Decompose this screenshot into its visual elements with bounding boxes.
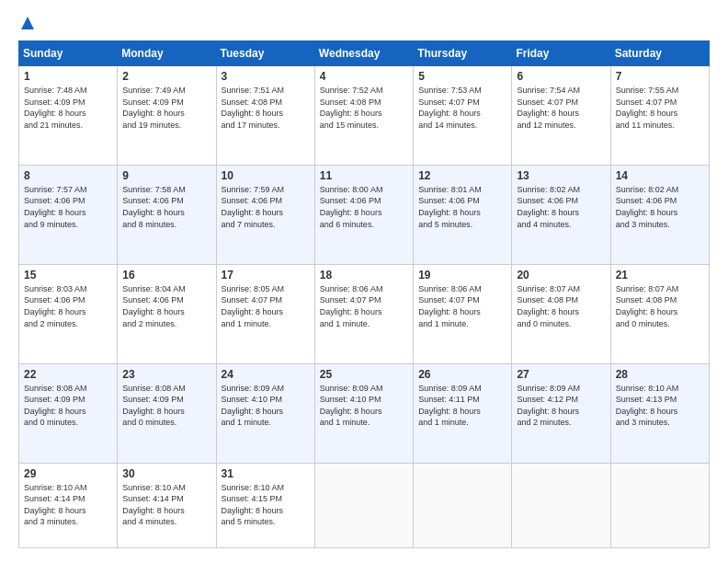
- calendar-cell: 9Sunrise: 7:58 AMSunset: 4:06 PMDaylight…: [118, 165, 216, 264]
- cell-details: Sunrise: 7:53 AMSunset: 4:07 PMDaylight:…: [418, 85, 506, 131]
- calendar-cell: 31Sunrise: 8:10 AMSunset: 4:15 PMDayligh…: [216, 463, 314, 547]
- cell-details: Sunrise: 7:58 AMSunset: 4:06 PMDaylight:…: [122, 184, 210, 230]
- calendar-cell: 1Sunrise: 7:48 AMSunset: 4:09 PMDaylight…: [19, 66, 118, 166]
- cell-details: Sunrise: 8:08 AMSunset: 4:09 PMDaylight:…: [122, 383, 210, 429]
- calendar-cell: 21Sunrise: 8:07 AMSunset: 4:08 PMDayligh…: [610, 264, 709, 363]
- cell-details: Sunrise: 7:51 AMSunset: 4:08 PMDaylight:…: [222, 85, 310, 131]
- cell-details: Sunrise: 8:09 AMSunset: 4:10 PMDaylight:…: [320, 383, 408, 429]
- calendar-table: SundayMondayTuesdayWednesdayThursdayFrid…: [18, 40, 710, 548]
- weekday-header: Sunday: [19, 41, 118, 66]
- day-number: 19: [418, 269, 506, 282]
- calendar-cell: [414, 463, 512, 547]
- cell-details: Sunrise: 8:01 AMSunset: 4:06 PMDaylight:…: [418, 184, 506, 230]
- cell-details: Sunrise: 8:09 AMSunset: 4:12 PMDaylight:…: [517, 383, 605, 429]
- day-number: 27: [517, 368, 605, 381]
- calendar-cell: 25Sunrise: 8:09 AMSunset: 4:10 PMDayligh…: [314, 363, 413, 463]
- day-number: 21: [616, 269, 704, 282]
- calendar-cell: 24Sunrise: 8:09 AMSunset: 4:10 PMDayligh…: [216, 363, 314, 463]
- cell-details: Sunrise: 8:03 AMSunset: 4:06 PMDaylight:…: [24, 283, 112, 329]
- day-number: 17: [222, 269, 310, 282]
- cell-details: Sunrise: 7:52 AMSunset: 4:08 PMDaylight:…: [320, 85, 408, 131]
- calendar-row: 1Sunrise: 7:48 AMSunset: 4:09 PMDaylight…: [19, 66, 710, 166]
- cell-details: Sunrise: 8:02 AMSunset: 4:06 PMDaylight:…: [517, 184, 605, 230]
- day-number: 26: [418, 368, 506, 381]
- cell-details: Sunrise: 8:05 AMSunset: 4:07 PMDaylight:…: [222, 283, 310, 329]
- weekday-header: Friday: [512, 41, 610, 66]
- cell-details: Sunrise: 7:49 AMSunset: 4:09 PMDaylight:…: [122, 85, 210, 131]
- day-number: 8: [24, 169, 112, 182]
- calendar-cell: 12Sunrise: 8:01 AMSunset: 4:06 PMDayligh…: [414, 165, 512, 264]
- day-number: 3: [222, 70, 310, 83]
- calendar-row: 22Sunrise: 8:08 AMSunset: 4:09 PMDayligh…: [19, 363, 710, 463]
- calendar-row: 29Sunrise: 8:10 AMSunset: 4:14 PMDayligh…: [19, 463, 710, 547]
- header: [18, 15, 710, 31]
- day-number: 2: [122, 70, 210, 83]
- calendar-cell: [314, 463, 413, 547]
- calendar-cell: 5Sunrise: 7:53 AMSunset: 4:07 PMDaylight…: [414, 66, 512, 166]
- calendar-cell: 8Sunrise: 7:57 AMSunset: 4:06 PMDaylight…: [19, 165, 118, 264]
- calendar-cell: 18Sunrise: 8:06 AMSunset: 4:07 PMDayligh…: [314, 264, 413, 363]
- day-number: 20: [517, 269, 605, 282]
- calendar-cell: 11Sunrise: 8:00 AMSunset: 4:06 PMDayligh…: [314, 165, 413, 264]
- calendar-cell: 19Sunrise: 8:06 AMSunset: 4:07 PMDayligh…: [414, 264, 512, 363]
- day-number: 11: [320, 169, 408, 182]
- cell-details: Sunrise: 7:55 AMSunset: 4:07 PMDaylight:…: [616, 85, 704, 131]
- day-number: 7: [616, 70, 704, 83]
- cell-details: Sunrise: 8:07 AMSunset: 4:08 PMDaylight:…: [517, 283, 605, 329]
- calendar-cell: 28Sunrise: 8:10 AMSunset: 4:13 PMDayligh…: [610, 363, 709, 463]
- calendar-cell: 13Sunrise: 8:02 AMSunset: 4:06 PMDayligh…: [512, 165, 610, 264]
- calendar-row: 15Sunrise: 8:03 AMSunset: 4:06 PMDayligh…: [19, 264, 710, 363]
- cell-details: Sunrise: 7:54 AMSunset: 4:07 PMDaylight:…: [517, 85, 605, 131]
- day-number: 29: [24, 467, 112, 480]
- calendar-cell: 7Sunrise: 7:55 AMSunset: 4:07 PMDaylight…: [610, 66, 709, 166]
- day-number: 15: [24, 269, 112, 282]
- cell-details: Sunrise: 8:09 AMSunset: 4:10 PMDaylight:…: [222, 383, 310, 429]
- day-number: 14: [616, 169, 704, 182]
- weekday-header-row: SundayMondayTuesdayWednesdayThursdayFrid…: [19, 41, 710, 66]
- day-number: 1: [24, 70, 112, 83]
- calendar-cell: 22Sunrise: 8:08 AMSunset: 4:09 PMDayligh…: [19, 363, 118, 463]
- cell-details: Sunrise: 8:06 AMSunset: 4:07 PMDaylight:…: [418, 283, 506, 329]
- cell-details: Sunrise: 8:07 AMSunset: 4:08 PMDaylight:…: [616, 283, 704, 329]
- cell-details: Sunrise: 8:08 AMSunset: 4:09 PMDaylight:…: [24, 383, 112, 429]
- cell-details: Sunrise: 8:10 AMSunset: 4:13 PMDaylight:…: [616, 383, 704, 429]
- day-number: 12: [418, 169, 506, 182]
- day-number: 24: [222, 368, 310, 381]
- day-number: 9: [122, 169, 210, 182]
- logo-icon: [19, 15, 36, 31]
- cell-details: Sunrise: 8:10 AMSunset: 4:14 PMDaylight:…: [24, 482, 112, 528]
- cell-details: Sunrise: 8:04 AMSunset: 4:06 PMDaylight:…: [122, 283, 210, 329]
- day-number: 13: [517, 169, 605, 182]
- calendar-cell: 6Sunrise: 7:54 AMSunset: 4:07 PMDaylight…: [512, 66, 610, 166]
- calendar-cell: 15Sunrise: 8:03 AMSunset: 4:06 PMDayligh…: [19, 264, 118, 363]
- calendar-cell: 27Sunrise: 8:09 AMSunset: 4:12 PMDayligh…: [512, 363, 610, 463]
- calendar-cell: 26Sunrise: 8:09 AMSunset: 4:11 PMDayligh…: [414, 363, 512, 463]
- weekday-header: Saturday: [610, 41, 709, 66]
- cell-details: Sunrise: 8:00 AMSunset: 4:06 PMDaylight:…: [320, 184, 408, 230]
- calendar-cell: 2Sunrise: 7:49 AMSunset: 4:09 PMDaylight…: [118, 66, 216, 166]
- calendar-cell: 30Sunrise: 8:10 AMSunset: 4:14 PMDayligh…: [118, 463, 216, 547]
- cell-details: Sunrise: 7:57 AMSunset: 4:06 PMDaylight:…: [24, 184, 112, 230]
- cell-details: Sunrise: 8:06 AMSunset: 4:07 PMDaylight:…: [320, 283, 408, 329]
- cell-details: Sunrise: 7:59 AMSunset: 4:06 PMDaylight:…: [222, 184, 310, 230]
- calendar-cell: [512, 463, 610, 547]
- calendar-cell: 23Sunrise: 8:08 AMSunset: 4:09 PMDayligh…: [118, 363, 216, 463]
- day-number: 10: [222, 169, 310, 182]
- day-number: 30: [122, 467, 210, 480]
- page: SundayMondayTuesdayWednesdayThursdayFrid…: [0, 0, 728, 563]
- day-number: 4: [320, 70, 408, 83]
- calendar-cell: 20Sunrise: 8:07 AMSunset: 4:08 PMDayligh…: [512, 264, 610, 363]
- logo: [18, 15, 37, 31]
- day-number: 5: [418, 70, 506, 83]
- weekday-header: Thursday: [414, 41, 512, 66]
- weekday-header: Wednesday: [314, 41, 413, 66]
- day-number: 23: [122, 368, 210, 381]
- cell-details: Sunrise: 8:10 AMSunset: 4:15 PMDaylight:…: [222, 482, 310, 528]
- calendar-cell: 16Sunrise: 8:04 AMSunset: 4:06 PMDayligh…: [118, 264, 216, 363]
- day-number: 16: [122, 269, 210, 282]
- day-number: 22: [24, 368, 112, 381]
- cell-details: Sunrise: 8:09 AMSunset: 4:11 PMDaylight:…: [418, 383, 506, 429]
- day-number: 6: [517, 70, 605, 83]
- calendar-cell: 17Sunrise: 8:05 AMSunset: 4:07 PMDayligh…: [216, 264, 314, 363]
- calendar-cell: 14Sunrise: 8:02 AMSunset: 4:06 PMDayligh…: [610, 165, 709, 264]
